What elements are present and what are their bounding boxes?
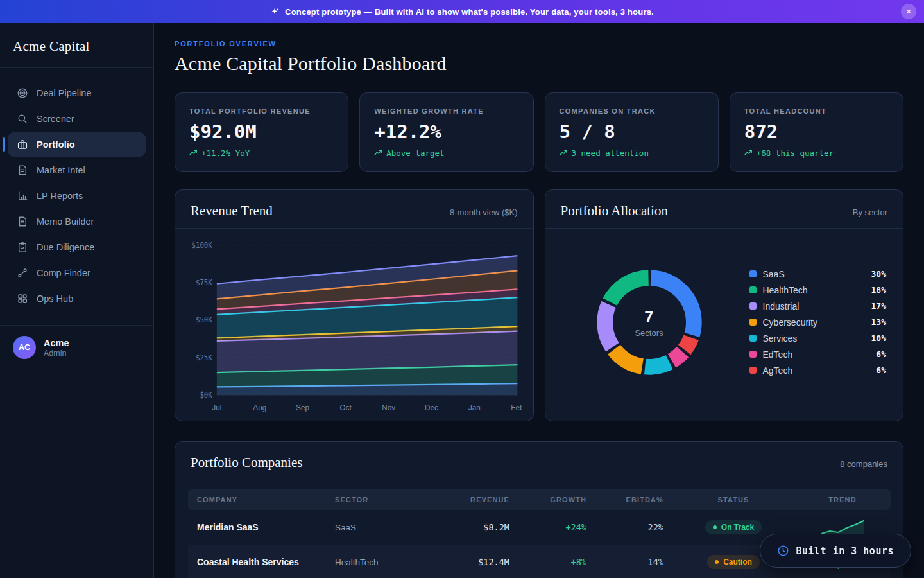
prototype-banner: Concept prototype — Built with AI to sho… — [0, 0, 924, 23]
kpi-delta: +68 this quarter — [757, 148, 834, 158]
legend-swatch — [749, 319, 757, 326]
kpi-weighted-growth-rate: WEIGHTED GROWTH RATE +12.2% Above target — [359, 92, 533, 172]
donut-center-label: Sectors — [635, 328, 663, 338]
briefcase-icon — [17, 139, 28, 150]
status-dot-icon — [713, 525, 717, 529]
grid-icon — [17, 293, 28, 304]
svg-text:Jan: Jan — [468, 403, 481, 412]
kpi-delta: Above target — [386, 148, 444, 158]
svg-text:Jul: Jul — [212, 403, 221, 412]
built-in-text: Built in 3 hours — [796, 545, 894, 557]
allocation-donut-chart: 7 Sectors — [556, 261, 743, 383]
bar-chart-icon — [17, 190, 28, 202]
revenue-trend-card: Revenue Trend 8-month view ($K) $0K$25K$… — [175, 189, 534, 421]
sidebar-item-market-intel[interactable]: Market Intel — [8, 158, 146, 182]
file-text-icon — [17, 216, 28, 227]
legend-swatch — [749, 335, 757, 342]
status-badge: On Track — [705, 520, 762, 534]
legend-item: SaaS30% — [749, 269, 887, 279]
legend-swatch — [749, 367, 757, 374]
legend-swatch — [749, 302, 757, 310]
svg-text:Feb: Feb — [511, 403, 521, 412]
clock-icon — [777, 545, 789, 557]
legend-swatch — [749, 286, 757, 293]
trending-up-icon — [744, 149, 753, 157]
target-icon — [17, 87, 28, 99]
close-icon: ✕ — [905, 8, 911, 16]
user-name: Acme — [44, 338, 69, 348]
legend-item: EdTech6% — [749, 349, 887, 360]
legend-item: Cybersecurity13% — [749, 317, 887, 328]
legend-item: Industrial17% — [749, 301, 887, 311]
sidebar-item-label: LP Reports — [37, 191, 83, 201]
kpi-label: COMPANIES ON TRACK — [560, 107, 704, 115]
donut-center-value: 7 — [635, 307, 663, 327]
svg-text:$0K: $0K — [200, 391, 212, 400]
svg-text:Aug: Aug — [253, 403, 266, 412]
sidebar-item-label: Screener — [37, 114, 74, 124]
sidebar-item-label: Portfolio — [37, 139, 75, 150]
sidebar-item-portfolio[interactable]: Portfolio — [8, 132, 146, 157]
kpi-companies-on-track: COMPANIES ON TRACK 5 / 8 3 need attentio… — [545, 92, 719, 172]
sidebar-item-label: Market Intel — [37, 165, 85, 175]
table-header-row: COMPANY SECTOR REVENUE GROWTH EBITDA% ST… — [188, 489, 891, 510]
status-badge: Caution — [707, 555, 760, 569]
built-in-badge: Built in 3 hours — [760, 534, 912, 568]
sidebar-item-due-diligence[interactable]: Due Diligence — [8, 235, 146, 259]
portfolio-allocation-card: Portfolio Allocation By sector 7 Sectors… — [545, 189, 904, 421]
sidebar-item-ops-hub[interactable]: Ops Hub — [8, 286, 146, 311]
page-title: Acme Capital Portfolio Dashboard — [175, 53, 903, 74]
sidebar-item-comp-finder[interactable]: Comp Finder — [8, 261, 146, 285]
kpi-delta: 3 need attention — [572, 148, 649, 158]
user-role: Admin — [44, 349, 69, 358]
svg-text:Oct: Oct — [340, 403, 352, 412]
kpi-value: 872 — [744, 121, 889, 143]
sidebar-nav: Deal Pipeline Screener Portfolio Market … — [0, 68, 153, 321]
companies-title: Portfolio Companies — [191, 455, 302, 471]
sidebar: Acme Capital Deal Pipeline Screener Port… — [0, 23, 154, 578]
banner-text: Concept prototype — Built with AI to sho… — [285, 7, 654, 17]
user-menu[interactable]: AC Acme Admin — [0, 325, 153, 369]
svg-text:Nov: Nov — [382, 403, 396, 412]
avatar-initials: AC — [19, 343, 30, 352]
kpi-value: 5 / 8 — [560, 121, 704, 143]
kpi-grid: TOTAL PORTFOLIO REVENUE $92.0M +11.2% Yo… — [175, 92, 903, 172]
kpi-value: $92.0M — [189, 121, 334, 143]
sidebar-item-memo-builder[interactable]: Memo Builder — [8, 209, 146, 234]
legend-item: HealthTech18% — [749, 285, 887, 295]
portfolio-allocation-subtitle: By sector — [853, 207, 887, 217]
legend-item: AgTech6% — [749, 365, 887, 376]
banner-close-button[interactable]: ✕ — [901, 4, 916, 19]
portfolio-allocation-title: Portfolio Allocation — [561, 203, 668, 219]
revenue-trend-title: Revenue Trend — [191, 203, 273, 219]
svg-text:Dec: Dec — [425, 403, 438, 412]
clipboard-check-icon — [17, 241, 28, 253]
svg-text:Sep: Sep — [296, 403, 309, 412]
user-info: Acme Admin — [44, 338, 69, 358]
sidebar-item-label: Due Diligence — [37, 242, 94, 252]
sidebar-item-label: Ops Hub — [37, 293, 73, 304]
brand-logo: Acme Capital — [0, 23, 153, 68]
sidebar-item-lp-reports[interactable]: LP Reports — [8, 184, 146, 208]
kpi-total-portfolio-revenue: TOTAL PORTFOLIO REVENUE $92.0M +11.2% Yo… — [175, 92, 348, 172]
kpi-label: WEIGHTED GROWTH RATE — [374, 107, 518, 115]
revenue-trend-chart: $0K$25K$50K$75K$100KJulAugSepOctNovDecJa… — [175, 229, 533, 421]
legend-swatch — [749, 270, 757, 277]
sidebar-item-label: Deal Pipeline — [37, 88, 91, 98]
legend-swatch — [749, 351, 757, 358]
trending-up-icon — [560, 149, 568, 157]
file-text-icon — [17, 164, 28, 176]
sidebar-item-deal-pipeline[interactable]: Deal Pipeline — [8, 81, 146, 105]
sidebar-item-screener[interactable]: Screener — [8, 107, 146, 131]
svg-text:$75K: $75K — [196, 279, 212, 288]
kpi-total-headcount: TOTAL HEADCOUNT 872 +68 this quarter — [730, 92, 903, 172]
main-content[interactable]: PORTFOLIO OVERVIEW Acme Capital Portfoli… — [154, 23, 924, 578]
status-dot-icon — [715, 560, 719, 564]
svg-text:$50K: $50K — [196, 316, 212, 325]
revenue-trend-subtitle: 8-month view ($K) — [450, 207, 517, 217]
sparkles-icon — [270, 7, 280, 17]
svg-text:$25K: $25K — [196, 353, 212, 362]
legend-item: Services10% — [749, 333, 887, 344]
kpi-label: TOTAL PORTFOLIO REVENUE — [189, 107, 334, 115]
kpi-value: +12.2% — [374, 121, 518, 143]
